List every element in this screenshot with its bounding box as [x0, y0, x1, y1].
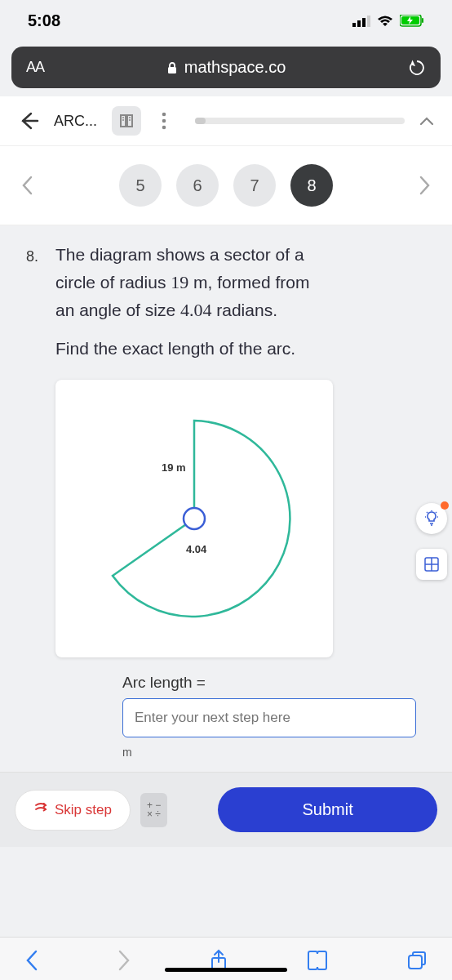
svg-rect-0 [352, 23, 356, 27]
q-line3b: radians. [211, 301, 277, 319]
svg-point-9 [162, 119, 166, 123]
question-content: 8. The diagram shows a sector of a circl… [0, 225, 452, 767]
pager-next-icon[interactable] [414, 176, 436, 195]
url-display[interactable]: mathspace.co [44, 58, 408, 77]
bookmarks-icon[interactable] [306, 950, 329, 971]
hint-button[interactable] [416, 503, 447, 534]
keypad-icon[interactable]: + −× ÷ [140, 793, 167, 827]
svg-rect-16 [409, 956, 422, 969]
answer-input[interactable] [122, 698, 416, 737]
svg-rect-7 [168, 67, 176, 74]
page-title: ARC... [54, 113, 97, 130]
svg-point-11 [184, 508, 205, 529]
notification-dot [441, 501, 449, 510]
diagram-radius-label: 19 m [162, 461, 186, 474]
wifi-icon [377, 16, 393, 27]
q-line2b: m, formed from [188, 273, 309, 292]
svg-point-10 [162, 126, 166, 130]
pager-item-7[interactable]: 7 [233, 164, 276, 207]
status-time: 5:08 [28, 11, 60, 30]
reload-icon[interactable] [408, 59, 426, 77]
font-size-controls[interactable]: AA [26, 59, 44, 76]
signal-icon [352, 16, 370, 27]
question-number: 8. [26, 248, 38, 265]
home-indicator[interactable] [165, 968, 287, 972]
question-text: The diagram shows a sector of a circle o… [55, 242, 436, 362]
back-arrow-icon[interactable] [18, 110, 39, 131]
textbook-icon[interactable] [112, 106, 141, 136]
lock-icon [166, 61, 178, 74]
skip-step-button[interactable]: Skip step [15, 790, 131, 831]
pager-numbers: 5 6 7 8 [119, 164, 333, 207]
q-line2a: circle of radius [55, 273, 171, 292]
browser-back-icon[interactable] [24, 949, 39, 972]
calculator-button[interactable] [416, 549, 447, 580]
url-domain: mathspace.co [184, 58, 286, 77]
svg-rect-6 [422, 18, 423, 23]
svg-rect-2 [362, 18, 366, 27]
answer-label: Arc length = [122, 674, 436, 692]
svg-point-8 [162, 113, 166, 117]
q-line1: The diagram shows a sector of a [55, 245, 304, 264]
skip-icon [33, 803, 48, 817]
submit-button[interactable]: Submit [218, 787, 437, 832]
browser-toolbar [0, 937, 452, 980]
svg-rect-3 [367, 16, 370, 27]
status-icons [352, 15, 424, 27]
pager-item-5[interactable]: 5 [119, 164, 162, 207]
tabs-icon[interactable] [406, 950, 428, 971]
chevron-up-icon[interactable] [419, 116, 434, 126]
more-icon[interactable] [156, 111, 172, 131]
svg-rect-1 [357, 20, 361, 27]
browser-url-bar[interactable]: AA mathspace.co [11, 47, 441, 88]
pager-item-6[interactable]: 6 [176, 164, 219, 207]
diagram-angle-label: 4.04 [186, 543, 206, 555]
pager-item-8[interactable]: 8 [290, 164, 333, 207]
skip-label: Skip step [55, 802, 112, 818]
progress-bar [195, 118, 405, 124]
page-header: ARC... [0, 96, 452, 146]
browser-forward-icon[interactable] [117, 949, 131, 972]
action-bar: Skip step + −× ÷ Submit [0, 772, 452, 847]
answer-area: Arc length = m [122, 674, 436, 759]
sector-diagram: 19 m 4.04 [55, 380, 333, 657]
q-line4: Find the exact length of the arc. [55, 339, 295, 358]
lightbulb-icon [423, 510, 440, 527]
calculator-icon [424, 557, 439, 572]
battery-charging-icon [400, 15, 424, 27]
answer-unit: m [122, 746, 436, 759]
question-pager: 5 6 7 8 [0, 146, 452, 225]
q-line3a: an angle of size [55, 301, 180, 319]
pager-prev-icon[interactable] [16, 176, 38, 195]
side-tools [416, 503, 447, 580]
q-radius: 19 [171, 272, 188, 292]
status-bar: 5:08 [0, 0, 452, 38]
q-angle: 4.04 [180, 300, 212, 320]
